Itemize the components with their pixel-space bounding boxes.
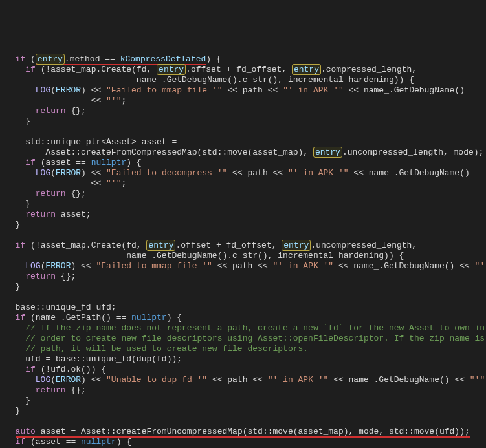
line: // If the zip name does not represent a … (5, 323, 485, 333)
line: if (!ufd.ok()) { (5, 365, 106, 374)
line: } (5, 199, 30, 209)
line: return {}; (5, 106, 86, 116)
line: if (asset == nullptr) { (5, 437, 131, 447)
line (5, 416, 10, 426)
line: << "'"; (5, 96, 126, 105)
line: ufd = base::unique_fd(dup(fd)); (5, 354, 182, 364)
line: if (!asset_map.Create(fd, entry.offset +… (5, 240, 417, 251)
line: base::unique_fd ufd; (5, 303, 116, 312)
entry-highlight: entry (36, 54, 65, 65)
line: } (5, 220, 20, 229)
entry-highlight: entry (313, 147, 342, 158)
line: } (5, 406, 20, 416)
line: LOG(ERROR) << "Failed to decompress '" <… (5, 168, 470, 178)
line: if (name_.GetPath() == nullptr) { (5, 313, 182, 323)
code-block: if (entry.method == kCompressDeflated) {… (5, 44, 481, 448)
line: LOG(ERROR) << "Unable to dup fd '" << pa… (5, 375, 486, 385)
line: } (5, 282, 20, 292)
line: return {}; (5, 385, 86, 395)
line (5, 292, 10, 302)
line: << "'"; (5, 178, 126, 188)
line: LOG(ERROR) << "Failed to mmap file '" <<… (5, 85, 465, 95)
line: if (asset == nullptr) { (5, 158, 142, 167)
line: return {}; (5, 189, 86, 198)
line: LOG(ERROR) << "Failed to mmap file '" <<… (5, 261, 486, 271)
line: auto asset = Asset::createFromUncompress… (5, 427, 470, 438)
line: } (5, 396, 30, 405)
line: // path, it will be used to create new f… (5, 344, 308, 354)
entry-highlight: entry (292, 64, 321, 75)
line: name_.GetDebugName().c_str(), incrementa… (5, 75, 414, 85)
line: return {}; (5, 272, 76, 281)
entry-highlight: entry (146, 240, 175, 251)
line: if (entry.method == kCompressDeflated) { (5, 54, 221, 65)
line (5, 230, 10, 240)
line: } (5, 116, 30, 126)
line (5, 127, 10, 136)
entry-highlight: entry (157, 64, 186, 75)
line: // order to create new file descriptors … (5, 334, 486, 343)
entry-highlight: entry (282, 240, 311, 251)
line: if (!asset_map.Create(fd, entry.offset +… (5, 64, 417, 75)
line: return asset; (5, 209, 91, 219)
line: std::unique_ptr<Asset> asset = (5, 137, 177, 147)
line: Asset::createFromCompressedMap(std::move… (5, 147, 483, 158)
line: name_.GetDebugName().c_str(), incrementa… (5, 251, 404, 261)
